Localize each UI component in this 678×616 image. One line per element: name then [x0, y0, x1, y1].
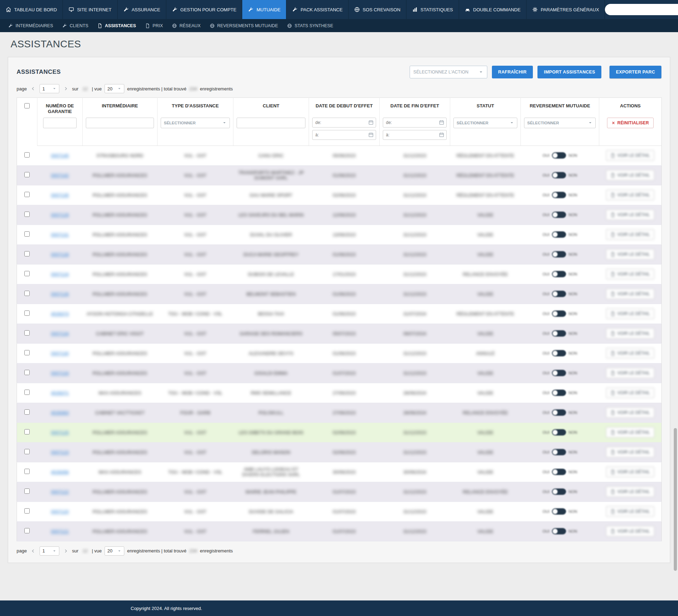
topnav-item[interactable]: DOUBLE COMMANDE — [459, 0, 527, 19]
topnav-item[interactable]: ASSURANCE — [118, 0, 166, 19]
cell-garantie[interactable]: 0007134 — [37, 324, 83, 343]
reversement-toggle[interactable] — [552, 271, 566, 277]
row-checkbox[interactable] — [24, 310, 30, 316]
reversement-toggle[interactable] — [552, 409, 566, 416]
reversement-toggle[interactable] — [552, 449, 566, 455]
per-page-select[interactable]: 20 — [105, 546, 124, 556]
column-header-client[interactable]: CLIENT — [233, 98, 309, 116]
cell-garantie[interactable]: 0007126 — [37, 284, 83, 304]
row-action-button[interactable]: VOIR LE DÉTAIL — [606, 328, 654, 339]
cell-garantie[interactable]: 4026363 — [37, 403, 83, 422]
action-select[interactable]: SÉLECTIONNEZ L'ACTION — [410, 66, 487, 78]
row-action-button[interactable]: VOIR LE DÉTAIL — [606, 249, 654, 260]
page-select[interactable]: 1 — [40, 84, 59, 93]
reversement-toggle[interactable] — [552, 508, 566, 515]
cell-garantie[interactable]: 0007142 — [37, 165, 83, 185]
column-header-statut[interactable]: STATUT — [450, 98, 521, 116]
cell-garantie[interactable]: 4026356 — [37, 462, 83, 482]
filter-debut-to-input[interactable] — [312, 130, 376, 140]
row-checkbox[interactable] — [24, 390, 30, 395]
reversement-toggle[interactable] — [552, 330, 566, 337]
search-input[interactable] — [605, 4, 678, 15]
reversement-toggle[interactable] — [552, 350, 566, 356]
reversement-toggle[interactable] — [552, 251, 566, 257]
reversement-toggle[interactable] — [552, 370, 566, 376]
cell-garantie[interactable]: 0007130 — [37, 343, 83, 363]
subnav-item[interactable]: REVERSEMENTS MUTUAIDE — [205, 19, 282, 32]
filter-intermediaire-input[interactable] — [86, 118, 154, 128]
calendar-icon[interactable] — [368, 132, 374, 137]
row-checkbox[interactable] — [24, 192, 30, 197]
row-checkbox[interactable] — [24, 429, 30, 434]
filter-debut-from-input[interactable] — [312, 118, 376, 128]
prev-page-button[interactable] — [30, 547, 37, 555]
row-action-button[interactable]: VOIR LE DÉTAIL — [606, 229, 654, 240]
cell-garantie[interactable]: 0007124 — [37, 264, 83, 284]
refresh-button[interactable]: RAFRAÎCHIR — [492, 66, 533, 78]
import-assistances-button[interactable]: IMPORT ASSISTANCES — [537, 66, 601, 78]
row-action-button[interactable]: VOIR LE DÉTAIL — [606, 368, 654, 378]
reversement-toggle[interactable] — [552, 469, 566, 475]
row-checkbox[interactable] — [24, 172, 30, 177]
topnav-item[interactable]: PARAMÈTRES GÉNÉRAUX — [527, 0, 605, 19]
reversement-toggle[interactable] — [552, 488, 566, 495]
export-parc-button[interactable]: EXPORTER PARC — [609, 66, 661, 78]
subnav-item[interactable]: CLIENTS — [58, 19, 93, 32]
row-action-button[interactable]: VOIR LE DÉTAIL — [606, 289, 654, 299]
row-action-button[interactable]: VOIR LE DÉTAIL — [606, 526, 654, 537]
row-checkbox[interactable] — [24, 508, 30, 514]
topnav-item[interactable]: GESTION POUR COMPTE — [166, 0, 243, 19]
filter-statut-select[interactable]: SÉLECTIONNER — [453, 118, 517, 128]
filter-type-select[interactable]: SÉLECTIONNER — [161, 118, 230, 128]
row-checkbox[interactable] — [24, 271, 30, 276]
row-checkbox[interactable] — [24, 469, 30, 474]
topnav-item[interactable]: PACK ASSISTANCE — [286, 0, 349, 19]
reversement-toggle[interactable] — [552, 429, 566, 436]
row-action-button[interactable]: VOIR LE DÉTAIL — [606, 427, 654, 438]
row-checkbox[interactable] — [24, 409, 30, 415]
column-header-garantie[interactable]: NUMÉRO DE GARANTIE — [37, 98, 83, 116]
row-action-button[interactable]: VOIR LE DÉTAIL — [606, 190, 654, 200]
row-action-button[interactable]: VOIR LE DÉTAIL — [606, 308, 654, 319]
subnav-item[interactable]: INTERMÉDIAIRES — [4, 19, 58, 32]
cell-garantie[interactable]: 0007129 — [37, 205, 83, 225]
reversement-toggle[interactable] — [552, 528, 566, 534]
row-action-button[interactable]: VOIR LE DÉTAIL — [606, 387, 654, 398]
row-action-button[interactable]: VOIR LE DÉTAIL — [606, 506, 654, 517]
cell-garantie[interactable]: 0007120 — [37, 502, 83, 521]
row-checkbox[interactable] — [24, 350, 30, 355]
filter-fin-to-input[interactable] — [383, 130, 447, 140]
row-checkbox[interactable] — [24, 231, 30, 237]
calendar-icon[interactable] — [439, 132, 444, 137]
reversement-toggle[interactable] — [552, 231, 566, 238]
topnav-item[interactable]: STATISTIQUES — [406, 0, 459, 19]
row-checkbox[interactable] — [24, 291, 30, 296]
column-header-intermediaire[interactable]: INTERMÉDIAIRE — [83, 98, 157, 116]
reversement-toggle[interactable] — [552, 390, 566, 396]
row-action-button[interactable]: VOIR LE DÉTAIL — [606, 150, 654, 161]
select-all-checkbox[interactable] — [24, 103, 30, 108]
topnav-item[interactable]: MUTUAIDE — [242, 0, 286, 19]
row-action-button[interactable]: VOIR LE DÉTAIL — [606, 269, 654, 279]
reversement-toggle[interactable] — [552, 291, 566, 297]
next-page-button[interactable] — [62, 85, 69, 93]
column-header-reversement[interactable]: REVERSEMENT MUTUAIDE — [521, 98, 599, 116]
reversement-toggle[interactable] — [552, 152, 566, 159]
row-checkbox[interactable] — [24, 152, 30, 158]
row-checkbox[interactable] — [24, 330, 30, 336]
prev-page-button[interactable] — [30, 85, 37, 93]
calendar-icon[interactable] — [368, 120, 374, 125]
filter-client-input[interactable] — [237, 118, 305, 128]
topnav-item[interactable]: SITE INTERNET — [63, 0, 118, 19]
next-page-button[interactable] — [62, 547, 69, 555]
row-checkbox[interactable] — [24, 488, 30, 494]
subnav-item[interactable]: ASSISTANCES — [93, 19, 141, 32]
subnav-item[interactable]: PRIX — [141, 19, 167, 32]
row-action-button[interactable]: VOIR LE DÉTAIL — [606, 209, 654, 220]
row-checkbox[interactable] — [24, 370, 30, 375]
reset-filters-button[interactable]: RÉINITIALISER — [607, 118, 653, 128]
cell-garantie[interactable]: 0007125 — [37, 422, 83, 442]
cell-garantie[interactable]: 0007122 — [37, 482, 83, 502]
calendar-icon[interactable] — [439, 120, 444, 125]
subnav-item[interactable]: STATS SYNTHESE — [282, 19, 338, 32]
